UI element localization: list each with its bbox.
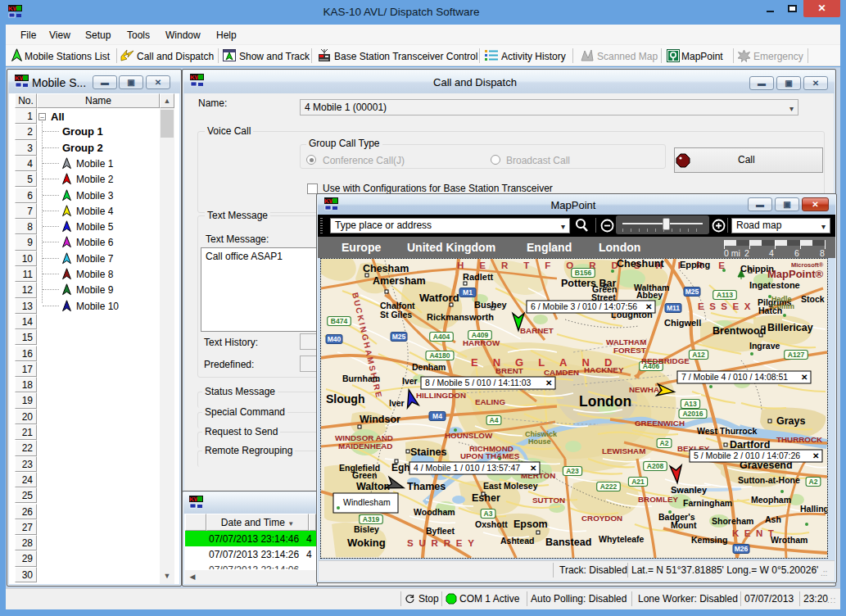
svg-text:A4180: A4180 <box>429 351 450 360</box>
svg-text:Radlett: Radlett <box>463 272 494 282</box>
svg-text:Epping: Epping <box>680 260 710 270</box>
svg-text:ESSEX: ESSEX <box>698 301 756 311</box>
svg-text:Abbey: Abbey <box>636 290 663 300</box>
svg-text:Woodham: Woodham <box>414 507 455 517</box>
svg-text:Chigwell: Chigwell <box>664 318 701 328</box>
svg-text:Green: Green <box>352 470 377 480</box>
svg-text:M26: M26 <box>735 545 749 553</box>
svg-text:6 / Mobile 3 / 010 / 14:07:56: 6 / Mobile 3 / 010 / 14:07:56 <box>531 301 637 311</box>
svg-text:A113: A113 <box>717 291 733 299</box>
svg-text:Slough: Slough <box>326 392 364 405</box>
svg-text:BROMLEY: BROMLEY <box>638 495 678 504</box>
svg-text:Swanley: Swanley <box>671 485 708 495</box>
svg-text:8 / Mobile 5 / 010 / 14:11:03: 8 / Mobile 5 / 010 / 14:11:03 <box>425 378 532 387</box>
svg-text:✕: ✕ <box>530 464 536 473</box>
svg-text:5 / Mobile 2 / 010 / 14:07:26: 5 / Mobile 2 / 010 / 14:07:26 <box>694 451 800 460</box>
svg-text:A222: A222 <box>600 482 618 491</box>
svg-text:✕: ✕ <box>545 378 552 387</box>
svg-text:Windlesham: Windlesham <box>343 497 391 507</box>
svg-text:Iver: Iver <box>402 376 418 386</box>
svg-text:Bushey: Bushey <box>474 300 508 310</box>
svg-text:Thames: Thames <box>407 481 446 492</box>
svg-text:East Molesey: East Molesey <box>483 481 538 491</box>
svg-text:Windsor: Windsor <box>360 414 400 425</box>
svg-text:Whyteleafe: Whyteleafe <box>599 534 645 544</box>
svg-text:Farningham: Farningham <box>683 498 732 508</box>
svg-text:M4: M4 <box>432 412 442 420</box>
svg-text:Chesham: Chesham <box>363 263 409 274</box>
svg-text:HARROW: HARROW <box>463 338 500 347</box>
svg-text:THURROCK: THURROCK <box>776 435 822 444</box>
svg-text:MapPoint®: MapPoint® <box>767 268 823 280</box>
svg-text:M25: M25 <box>685 288 699 296</box>
svg-text:BRENT: BRENT <box>495 366 523 375</box>
svg-text:Denham: Denham <box>412 362 446 372</box>
svg-text:Iver: Iver <box>389 398 405 408</box>
svg-text:7 / Mobile 4 / 010 / 14:08:51: 7 / Mobile 4 / 010 / 14:08:51 <box>681 372 788 382</box>
svg-text:St Giles: St Giles <box>380 310 412 319</box>
svg-text:A12: A12 <box>692 351 705 359</box>
svg-text:FOREST: FOREST <box>613 346 646 355</box>
svg-text:A208: A208 <box>647 462 664 470</box>
svg-text:A127: A127 <box>788 351 805 359</box>
svg-text:Amersham: Amersham <box>373 275 426 287</box>
svg-text:M25: M25 <box>392 333 406 341</box>
svg-text:A23: A23 <box>566 467 579 475</box>
svg-text:M40: M40 <box>328 335 342 343</box>
svg-text:REDBRIDGE: REDBRIDGE <box>641 356 690 365</box>
svg-text:MAIDENHEAD: MAIDENHEAD <box>338 442 392 451</box>
svg-text:A4: A4 <box>490 416 499 424</box>
svg-text:A2: A2 <box>660 439 669 447</box>
svg-text:A2016: A2016 <box>682 410 703 418</box>
svg-text:House: House <box>528 437 551 446</box>
svg-text:A404: A404 <box>433 333 450 341</box>
svg-text:Ashtead: Ashtead <box>500 536 534 546</box>
svg-text:Meopham: Meopham <box>751 495 791 505</box>
svg-text:A2: A2 <box>809 478 818 486</box>
svg-text:Shoreham: Shoreham <box>712 516 753 526</box>
svg-text:SUTTON: SUTTON <box>532 496 565 505</box>
svg-text:A319: A319 <box>363 515 380 523</box>
svg-text:✕: ✕ <box>801 373 808 382</box>
svg-text:Wrotham: Wrotham <box>771 535 808 545</box>
svg-text:Kemsing: Kemsing <box>691 535 727 545</box>
svg-text:M11: M11 <box>667 304 680 312</box>
svg-text:West Thurrock: West Thurrock <box>697 426 757 436</box>
svg-text:GREENWICH: GREENWICH <box>635 419 685 428</box>
svg-text:A13: A13 <box>684 400 697 408</box>
svg-text:Billericay: Billericay <box>767 322 813 333</box>
svg-text:UPON THAMES: UPON THAMES <box>460 451 520 460</box>
svg-text:Bisley: Bisley <box>354 524 379 534</box>
svg-text:SURREY: SURREY <box>407 538 480 548</box>
svg-text:Grays: Grays <box>776 415 805 427</box>
svg-text:Stock: Stock <box>801 294 825 304</box>
svg-text:Ash: Ash <box>765 514 781 524</box>
svg-text:HILLINGDON: HILLINGDON <box>416 391 466 400</box>
svg-text:EALING: EALING <box>475 397 505 406</box>
svg-text:B474: B474 <box>331 317 348 325</box>
svg-text:Cheshunt: Cheshunt <box>617 259 664 270</box>
svg-text:London: London <box>579 393 631 410</box>
svg-text:Burnham: Burnham <box>342 374 380 383</box>
svg-text:HOUNSLOW: HOUNSLOW <box>445 431 493 440</box>
svg-text:Woking: Woking <box>347 537 386 549</box>
svg-text:Halling: Halling <box>800 504 827 514</box>
svg-text:A21: A21 <box>631 478 645 486</box>
svg-text:LEWISHAM: LEWISHAM <box>602 446 645 455</box>
svg-text:Sutton-at-Hone: Sutton-at-Hone <box>738 475 800 485</box>
svg-text:Ingatestone: Ingatestone <box>749 280 800 290</box>
svg-text:Ingrave: Ingrave <box>749 341 780 351</box>
svg-text:Rickmansworth: Rickmansworth <box>427 312 494 322</box>
svg-text:Oxshott: Oxshott <box>475 519 508 529</box>
svg-text:HACKNEY: HACKNEY <box>584 365 624 374</box>
svg-text:✕: ✕ <box>645 302 652 311</box>
svg-text:Esher: Esher <box>472 492 500 504</box>
svg-text:Walton: Walton <box>356 481 390 492</box>
svg-text:4 / Mobile 1 / 010 / 13:57:47: 4 / Mobile 1 / 010 / 13:57:47 <box>414 463 520 473</box>
svg-text:M1: M1 <box>463 288 473 297</box>
svg-text:Comm: Comm <box>771 302 794 310</box>
svg-text:Staines: Staines <box>410 446 447 458</box>
svg-text:✕: ✕ <box>812 451 819 460</box>
svg-text:Brentwood: Brentwood <box>713 325 766 337</box>
svg-text:Byfleet: Byfleet <box>426 526 455 536</box>
